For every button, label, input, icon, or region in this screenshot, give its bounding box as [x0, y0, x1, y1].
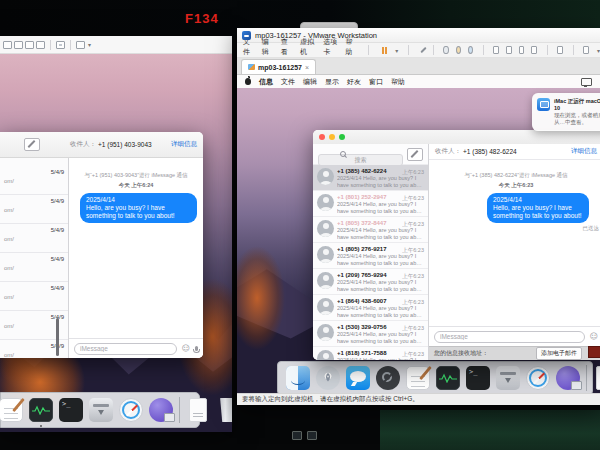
manage-snapshots-icon[interactable]: [468, 46, 473, 54]
dock-messages-icon[interactable]: [346, 366, 370, 390]
conversation-row[interactable]: +1 (864) 438-6007 2025/4/14 Hello, are y…: [313, 295, 428, 321]
vmware-status-bar: 要将输入定向到此虚拟机，请在虚拟机内部点按或按 Ctrl+G。: [237, 393, 600, 405]
details-button[interactable]: 详细信息: [571, 147, 597, 156]
dock-installer-icon[interactable]: [89, 398, 113, 422]
conversation-row[interactable]: +1 (530) 329-0756 2025/4/14 Hello, are y…: [313, 321, 428, 347]
avatar: [317, 272, 334, 289]
conversation-row[interactable]: +1 (209) 765-9294 2025/4/14 Hello, are y…: [313, 269, 428, 295]
details-button[interactable]: 详细信息: [171, 140, 197, 149]
list-item[interactable]: 5/4/9 om/: [0, 224, 68, 253]
vmware-window-left: ▾ 收件人： +1 (951) 403-9043 详细信息 5/4/9: [0, 36, 232, 432]
mac-device-icon: [537, 98, 550, 111]
thumbnail-bar-icon[interactable]: [506, 46, 512, 54]
chevron-down-icon[interactable]: ▾: [88, 41, 91, 48]
macos-menu-help[interactable]: 帮助: [391, 77, 405, 87]
macos-menu-view[interactable]: 显示: [325, 77, 339, 87]
minimize-icon[interactable]: [329, 134, 335, 140]
vm-tab[interactable]: mp03-161257 ×: [241, 59, 316, 74]
dock-trash-icon[interactable]: [216, 398, 232, 422]
dock-terminal-icon[interactable]: [466, 366, 490, 390]
console-view-icon[interactable]: [557, 46, 563, 54]
snapshot-icon[interactable]: [443, 46, 448, 54]
macos-menu-file[interactable]: 文件: [281, 77, 295, 87]
compose-icon[interactable]: [24, 138, 40, 151]
dock-launchpad-icon[interactable]: [316, 366, 340, 390]
list-item[interactable]: 5/4/9 om/: [0, 253, 68, 282]
close-icon[interactable]: ×: [305, 64, 309, 71]
dock-system-preferences-icon[interactable]: [376, 366, 400, 390]
dock-textedit-icon[interactable]: [0, 398, 23, 422]
notification-card[interactable]: iMac 正运行 macOS 10 现在浏览，或者稍后从…中查看。: [532, 93, 600, 131]
dock-finder-icon[interactable]: [286, 366, 310, 390]
list-item[interactable]: 5/4/9 om/: [0, 195, 68, 224]
dock-network-icon[interactable]: [149, 398, 173, 422]
emoji-icon[interactable]: ☺: [182, 345, 190, 353]
conversation-row[interactable]: +1 (805) 276-9217 2025/4/14 Hello, are y…: [313, 243, 428, 269]
unity-mode-icon[interactable]: [531, 46, 537, 54]
macos-menu-window[interactable]: 窗口: [369, 77, 383, 87]
macos-menu-messages[interactable]: 信息: [259, 77, 273, 87]
conversation-row[interactable]: +1 (801) 252-2947 2025/4/14 Hello, are y…: [313, 191, 428, 217]
console-view-icon[interactable]: [56, 41, 65, 49]
revert-snapshot-icon[interactable]: [456, 46, 461, 54]
scrollbar[interactable]: [56, 318, 59, 356]
avatar: [317, 220, 334, 237]
host-desktop: F134 ▾ 收件人： +1 (951) 4: [0, 0, 600, 450]
dock-activity-monitor-icon[interactable]: [29, 398, 53, 422]
conversation-row[interactable]: +1 (805) 372-8447 2025/4/14 Hello, are y…: [313, 217, 428, 243]
list-item[interactable]: 5/4/9 om/: [0, 282, 68, 311]
macos-menu-edit[interactable]: 编辑: [303, 77, 317, 87]
dock-safari-icon[interactable]: [526, 366, 550, 390]
messages-title-bar[interactable]: [313, 130, 600, 145]
conversation-pane-left: 与“+1 (951) 403-9043”进行 iMessage 通信 今天 上午…: [69, 158, 203, 358]
to-label: 收件人：: [435, 147, 461, 156]
recipient-header: 收件人： +1 (385) 482-6224 详细信息: [429, 144, 600, 160]
dock-activity-monitor-icon[interactable]: [436, 366, 460, 390]
show-library-icon[interactable]: [3, 41, 12, 49]
imessage-input[interactable]: [74, 343, 177, 355]
avatar: [317, 324, 334, 341]
compose-icon[interactable]: [407, 148, 423, 161]
fullscreen-icon[interactable]: [519, 46, 525, 54]
fullscreen-icon[interactable]: [25, 41, 34, 49]
dock-installer-icon[interactable]: [496, 366, 520, 390]
list-item[interactable]: 5/4/9 om/: [0, 166, 68, 195]
zoom-icon[interactable]: [339, 134, 345, 140]
status-text: 要将输入定向到此虚拟机，请在虚拟机内部点按或按 Ctrl+G。: [242, 395, 419, 404]
message-input-bar: ☺: [429, 326, 600, 346]
conversation-date: 今天 上午6:23: [429, 182, 600, 189]
send-ctrl-alt-del-icon[interactable]: [419, 46, 423, 54]
show-library-icon[interactable]: [493, 46, 499, 54]
macos-menu-buddies[interactable]: 好友: [347, 77, 361, 87]
conversation-pane-right: 收件人： +1 (385) 482-6224 详细信息 与“+1 (385) 4…: [429, 144, 600, 360]
expand-view-icon[interactable]: [76, 41, 85, 49]
notification-title: iMac 正运行 macOS 10: [554, 98, 600, 111]
dock-safari-icon[interactable]: [119, 398, 143, 422]
messages-left-toolbar: 收件人： +1 (951) 403-9043 详细信息: [0, 132, 203, 158]
microphone-icon[interactable]: [195, 346, 198, 351]
unity-mode-icon[interactable]: [36, 41, 45, 49]
conversation-date: 今天 上午6:24: [69, 182, 203, 189]
dock-network-icon[interactable]: [556, 366, 580, 390]
dock-script-file-icon[interactable]: [186, 398, 210, 422]
vm-screen-right: 信息 文件 编辑 显示 好友 窗口 帮助 iMac 正运行 macOS 10 现…: [237, 75, 600, 393]
dock-script-file-icon[interactable]: [593, 366, 600, 390]
pause-vm-icon[interactable]: [382, 47, 387, 54]
emoji-icon[interactable]: ☺: [590, 333, 598, 341]
close-icon[interactable]: [319, 134, 325, 140]
chevron-down-icon[interactable]: ▾: [395, 47, 398, 54]
add-email-button[interactable]: 添加电子邮件: [536, 347, 582, 360]
display-status-icon[interactable]: [581, 78, 592, 86]
dock-terminal-icon[interactable]: [59, 398, 83, 422]
conversation-row[interactable]: +1 (818) 571-7588 2025/4/14 Hello, are y…: [313, 347, 428, 360]
to-label: 收件人：: [70, 140, 96, 149]
search-icon: [340, 151, 346, 157]
expand-view-icon[interactable]: [583, 46, 589, 54]
conversation-row[interactable]: +1 (385) 482-6224 2025/4/14 Hello, are y…: [313, 165, 428, 191]
apple-menu-icon[interactable]: [245, 78, 251, 85]
avatar: [317, 298, 334, 315]
imessage-input[interactable]: [434, 331, 585, 343]
dock-textedit-icon[interactable]: [406, 366, 430, 390]
thumbnail-bar-icon[interactable]: [14, 41, 23, 49]
to-value: +1 (951) 403-9043: [98, 141, 152, 148]
